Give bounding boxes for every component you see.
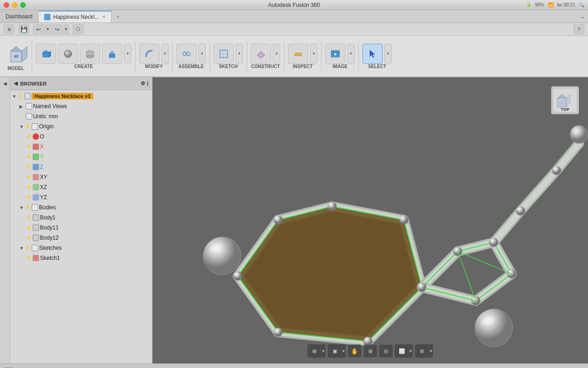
search-icon[interactable]: 🔍 (579, 2, 584, 7)
tree-item-XZ[interactable]: 👁 XZ (10, 182, 152, 192)
toolbar-group-modify: ▼ MODIFY (136, 42, 173, 71)
model-cube-widget[interactable]: 3D (4, 42, 28, 66)
snap-button[interactable]: ⊕ (308, 345, 322, 357)
traffic-lights[interactable] (4, 2, 26, 8)
sketch-create-button[interactable] (214, 44, 234, 64)
inspect-measure-button[interactable] (288, 44, 308, 64)
assemble-dropdown[interactable]: ▼ (198, 44, 206, 64)
O-eye-icon[interactable]: 👁 (27, 134, 32, 139)
browser-resize-handle[interactable]: | (147, 80, 148, 86)
origin-expand-icon[interactable]: ▼ (19, 124, 25, 129)
body1-eye-icon[interactable]: 👁 (27, 215, 32, 220)
tab-model-close[interactable]: ✕ (102, 14, 106, 19)
tree-item-sketch1[interactable]: 👁 Sketch1 (10, 253, 152, 263)
wifi-icon: 📶 (548, 2, 554, 7)
tree-item-YZ[interactable]: 👁 YZ (10, 192, 152, 202)
tree-item-Y[interactable]: 👁 Y (10, 152, 152, 162)
grid-dropdown[interactable]: ▼ (429, 345, 433, 357)
display-dropdown[interactable]: ▼ (409, 345, 413, 357)
modify-dropdown[interactable]: ▼ (161, 44, 169, 64)
tree-item-sketches[interactable]: ▼ 👁 Sketches (10, 243, 152, 253)
undo-dropdown[interactable]: ▼ (45, 24, 51, 34)
tree-item-named-views[interactable]: ▶ Named Views (10, 101, 152, 111)
tabbar: Dashboard Happiness Neckl... ✕ + ⌄ (0, 10, 588, 23)
share-button[interactable]: ⬡ (73, 24, 84, 34)
Y-eye-icon[interactable]: 👁 (27, 154, 32, 160)
create-box-button[interactable] (36, 44, 56, 64)
tree-item-Z[interactable]: 👁 Z (10, 162, 152, 172)
root-expand-icon[interactable]: ▼ (12, 94, 17, 99)
tree-item-body11[interactable]: 👁 Body11 (10, 223, 152, 233)
zoom-in-button[interactable]: ⊕ (363, 345, 377, 357)
tab-model[interactable]: Happiness Neckl... ✕ (39, 11, 112, 23)
inspect-dropdown[interactable]: ▼ (310, 44, 317, 64)
named-views-expand-icon[interactable]: ▶ (19, 104, 25, 109)
select-tool-button[interactable] (362, 44, 383, 64)
XZ-eye-icon[interactable]: 👁 (27, 184, 32, 190)
sketches-eye-icon[interactable]: 👁 (26, 245, 31, 251)
redo-dropdown[interactable]: ▼ (63, 24, 69, 34)
nav-cube[interactable]: TOP (549, 84, 581, 116)
sketch-dropdown[interactable]: ▼ (236, 44, 243, 64)
tree-item-O[interactable]: 👁 O (10, 132, 152, 142)
save-button[interactable]: 💾 (18, 24, 29, 34)
browser-settings-icon[interactable]: ⚙ (141, 80, 145, 86)
create-sphere-button[interactable] (58, 44, 78, 64)
display-button[interactable]: ⬜ (395, 345, 409, 357)
tab-add-button[interactable]: + (112, 11, 124, 23)
XY-eye-icon[interactable]: 👁 (27, 174, 32, 180)
snap-dropdown[interactable]: ▼ (322, 345, 325, 357)
body11-eye-icon[interactable]: 👁 (27, 225, 32, 230)
create-extrude-button[interactable] (102, 44, 122, 64)
undo-button[interactable]: ↩ (33, 24, 44, 34)
origin-eye-icon[interactable]: 👁 (26, 124, 31, 129)
select-dropdown[interactable]: ▼ (384, 44, 392, 64)
image-dropdown[interactable]: ▼ (347, 44, 355, 64)
sketch1-eye-icon[interactable]: 👁 (27, 255, 32, 261)
tree-item-root[interactable]: ▼ 👁 Happiness Necklace v3 (10, 91, 152, 101)
sketches-expand-icon[interactable]: ▼ (19, 246, 25, 251)
svg-point-10 (86, 55, 94, 58)
tree-item-units[interactable]: Units: mm (10, 111, 152, 121)
zoom-out-button[interactable]: ⊖ (379, 345, 393, 357)
Z-eye-icon[interactable]: 👁 (27, 164, 32, 170)
close-button[interactable] (4, 2, 9, 8)
viewport-canvas[interactable]: TOP ⊕ ▼ ▣ ▼ ✋ ⊕ ⊖ ⬜ ▼ ⊞ ▼ (153, 77, 588, 363)
root-eye-icon[interactable]: 👁 (18, 93, 23, 99)
menu-button[interactable]: ≡ (4, 24, 15, 34)
construct-dropdown[interactable]: ▼ (273, 44, 280, 64)
camera-button[interactable]: ▣ (328, 345, 342, 357)
toolbar-group-sketch: ▼ SKETCH (210, 42, 247, 71)
body12-eye-icon[interactable]: 👁 (27, 235, 32, 241)
minimize-button[interactable] (12, 2, 17, 8)
bodies-expand-icon[interactable]: ▼ (19, 205, 25, 210)
X-axis-icon (33, 144, 39, 150)
pan-button[interactable]: ✋ (348, 345, 362, 357)
camera-dropdown[interactable]: ▼ (342, 345, 345, 357)
grid-button[interactable]: ⊞ (415, 345, 429, 357)
X-eye-icon[interactable]: 👁 (27, 144, 32, 150)
modify-fillet-button[interactable] (139, 44, 159, 64)
create-label: CREATE (74, 64, 93, 69)
browser-collapse-icon[interactable]: ◀ (14, 80, 17, 86)
YZ-eye-icon[interactable]: 👁 (27, 195, 32, 200)
create-dropdown[interactable]: ▼ (124, 44, 131, 64)
create-cylinder-button[interactable] (80, 44, 100, 64)
construct-plane-button[interactable] (251, 44, 271, 64)
tree-item-XY[interactable]: 👁 XY (10, 172, 152, 182)
help-button[interactable]: ? (573, 24, 584, 34)
assemble-joint-button[interactable] (176, 44, 197, 64)
tree-item-origin[interactable]: ▼ 👁 Origin (10, 121, 152, 132)
side-expand-button[interactable]: ◀ (1, 79, 9, 87)
tab-dashboard[interactable]: Dashboard (0, 11, 39, 23)
tab-expand-button[interactable]: ⌄ (577, 12, 588, 22)
redo-button[interactable]: ↪ (51, 24, 62, 34)
tree-item-X[interactable]: 👁 X (10, 142, 152, 152)
tree-item-bodies[interactable]: ▼ 👁 Bodies (10, 202, 152, 213)
tree-item-body12[interactable]: 👁 Body12 (10, 233, 152, 243)
svg-point-74 (552, 166, 561, 175)
bodies-eye-icon[interactable]: 👁 (26, 205, 31, 210)
image-render-button[interactable] (325, 44, 345, 64)
maximize-button[interactable] (20, 2, 26, 8)
tree-item-body1[interactable]: 👁 Body1 (10, 213, 152, 223)
